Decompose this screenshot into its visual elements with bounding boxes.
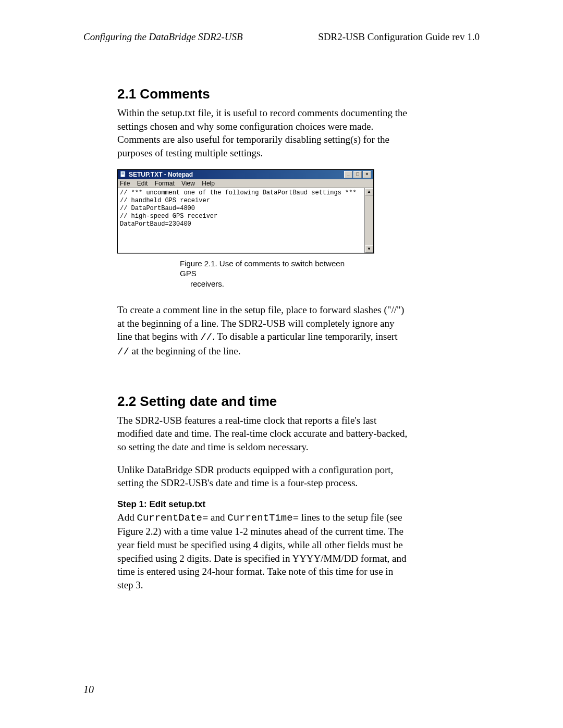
notepad-title-text: SETUP.TXT - Notepad <box>129 171 193 178</box>
section-2-1-paragraph-1: Within the setup.txt file, it is useful … <box>117 106 409 160</box>
notepad-window: SETUP.TXT - Notepad _ □ × File Edit Form… <box>117 169 374 253</box>
page-header: Configuring the DataBridge SDR2-USB SDR2… <box>83 31 480 43</box>
notepad-title-left: SETUP.TXT - Notepad <box>120 171 193 178</box>
section-2-2-title: 2.2 Setting date and time <box>117 393 409 410</box>
notepad-menubar: File Edit Format View Help <box>118 179 373 188</box>
notepad-titlebar: SETUP.TXT - Notepad _ □ × <box>118 170 373 179</box>
inline-code-currentdate: CurrentDate= <box>137 512 208 524</box>
menu-format[interactable]: Format <box>155 180 175 187</box>
figure-caption-line2: receivers. <box>180 279 347 289</box>
scroll-down-button[interactable]: ▼ <box>365 245 373 253</box>
page-content: 2.1 Comments Within the setup.txt file, … <box>117 86 409 601</box>
document-page: Configuring the DataBridge SDR2-USB SDR2… <box>0 0 563 728</box>
step1-text-a: Add <box>117 512 137 523</box>
window-controls: _ □ × <box>344 171 371 178</box>
section-2-2-paragraph-1: The SDR2-USB features a real-time clock … <box>117 414 409 454</box>
minimize-button[interactable]: _ <box>344 171 352 178</box>
p2-text-b: . To disable a particular line temporari… <box>212 331 397 342</box>
step-1-heading: Step 1: Edit setup.txt <box>117 499 409 510</box>
header-left: Configuring the DataBridge SDR2-USB <box>83 31 243 43</box>
svg-rect-2 <box>121 173 124 174</box>
p2-text-c: at the beginning of the line. <box>129 346 241 356</box>
inline-code-currenttime: CurrentTime= <box>227 512 299 524</box>
menu-file[interactable]: File <box>120 180 130 187</box>
notepad-client-area: // *** uncomment one of the following Da… <box>118 188 373 253</box>
notepad-icon <box>120 171 127 178</box>
header-right: SDR2-USB Configuration Guide rev 1.0 <box>318 31 480 43</box>
vertical-scrollbar[interactable]: ▲ ▼ <box>364 188 373 253</box>
step-1-paragraph: Add CurrentDate= and CurrentTime= lines … <box>117 511 409 592</box>
inline-code-slashes-2: // <box>117 346 129 357</box>
svg-rect-1 <box>121 172 124 173</box>
menu-help[interactable]: Help <box>202 180 215 187</box>
section-2-2-paragraph-2: Unlike DataBridge SDR products equipped … <box>117 463 409 490</box>
section-2-1-paragraph-2: To create a comment line in the setup fi… <box>117 303 409 359</box>
figure-2-1-caption: Figure 2.1. Use of comments to switch be… <box>180 258 347 289</box>
maximize-button[interactable]: □ <box>353 171 362 178</box>
notepad-text-area[interactable]: // *** uncomment one of the following Da… <box>118 188 364 253</box>
figure-caption-line1: Figure 2.1. Use of comments to switch be… <box>180 259 345 278</box>
menu-view[interactable]: View <box>181 180 195 187</box>
page-number: 10 <box>83 684 94 696</box>
section-2-1-title: 2.1 Comments <box>117 86 409 102</box>
step1-text-b: and <box>208 512 227 523</box>
close-button[interactable]: × <box>363 171 371 178</box>
scroll-up-button[interactable]: ▲ <box>365 188 373 195</box>
svg-rect-3 <box>121 174 124 175</box>
menu-edit[interactable]: Edit <box>137 180 148 187</box>
inline-code-slashes-1: // <box>200 331 212 343</box>
